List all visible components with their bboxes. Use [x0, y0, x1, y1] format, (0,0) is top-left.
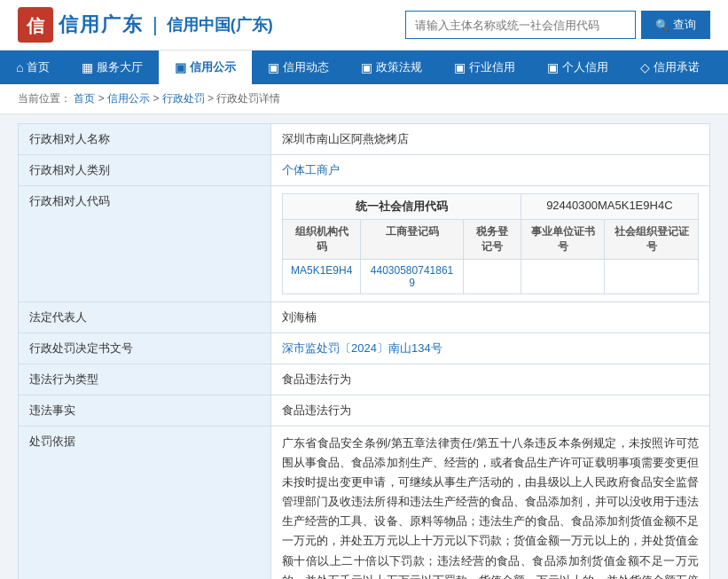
- sub-val-social: [605, 260, 699, 294]
- policy-icon: ▣: [361, 60, 372, 74]
- nav-item-personal[interactable]: ▣ 个人信用: [531, 51, 624, 84]
- sub-header-biz: 工商登记码: [361, 220, 463, 260]
- home-icon: ⌂: [16, 60, 23, 74]
- breadcrumb-sep3: >: [207, 92, 216, 105]
- logo-divider: |: [153, 13, 158, 36]
- sub-val-inst: [521, 260, 605, 294]
- page-header: 信 信用广东 | 信用中国(广东) 🔍 查询: [0, 0, 728, 51]
- logo-sub-text: 信用中国(广东): [167, 14, 273, 35]
- value-basis: 广东省食品安全条例/第五章法律责任/第五十八条违反本条例规定，未按照许可范围从事…: [271, 426, 710, 580]
- sub-header-inst: 事业单位证书号: [521, 220, 605, 260]
- nav-label-promise: 信用承诺: [654, 59, 700, 75]
- promise-icon: ◇: [640, 60, 650, 74]
- nav-item-promise[interactable]: ◇ 信用承诺: [624, 51, 716, 84]
- value-violation-fact: 食品违法行为: [271, 395, 710, 426]
- nav-label-credit-public: 信用公示: [190, 59, 236, 75]
- unified-code-label: 统一社会信用代码: [283, 194, 521, 220]
- credit-dynamic-icon: ▣: [268, 60, 279, 74]
- nav-item-more[interactable]: ⊞: [716, 51, 728, 84]
- label-basis: 处罚依据: [19, 426, 271, 580]
- value-violation-type: 食品违法行为: [271, 364, 710, 395]
- label-violation-type: 违法行为类型: [19, 364, 271, 395]
- nav-bar: ⌂ 首页 ▦ 服务大厅 ▣ 信用公示 ▣ 信用动态 ▣ 政策法规 ▣ 行业信用 …: [0, 51, 728, 84]
- breadcrumb-home[interactable]: 首页: [74, 92, 95, 105]
- value-code: 统一社会信用代码 92440300MA5K1E9H4C 组织机构代码 工商登记码…: [271, 186, 710, 302]
- personal-icon: ▣: [547, 60, 559, 74]
- breadcrumb-sep1: >: [98, 92, 107, 105]
- breadcrumb: 当前位置： 首页 > 信用公示 > 行政处罚 > 行政处罚详情: [0, 84, 728, 114]
- sub-header-tax: 税务登记号: [463, 220, 521, 260]
- label-type: 行政相对人类别: [19, 155, 271, 186]
- sub-val-biz: 44030580741861​9: [361, 260, 463, 294]
- nav-item-industry[interactable]: ▣ 行业信用: [438, 51, 531, 84]
- service-icon: ▦: [82, 60, 93, 74]
- value-legal-rep: 刘海楠: [271, 302, 710, 333]
- search-area: 🔍 查询: [405, 11, 710, 39]
- nav-label-personal: 个人信用: [562, 59, 608, 75]
- sub-header-social: 社会组织登记证号: [605, 220, 699, 260]
- search-btn-label: 查询: [673, 17, 696, 33]
- credit-public-icon: ▣: [175, 60, 186, 74]
- nav-label-credit-dynamic: 信用动态: [283, 59, 329, 75]
- nav-label-service: 服务大厅: [97, 59, 143, 75]
- label-doc-no: 行政处罚决定书文号: [19, 333, 271, 364]
- value-type: 个体工商户: [271, 155, 710, 186]
- value-name: 深圳市南山区阿燕烧烤店: [271, 124, 710, 155]
- breadcrumb-current: 行政处罚详情: [216, 92, 280, 105]
- nav-label-home: 首页: [27, 59, 50, 75]
- search-icon: 🔍: [655, 19, 669, 32]
- code-sub-table: 统一社会信用代码 92440300MA5K1E9H4C 组织机构代码 工商登记码…: [282, 193, 699, 294]
- nav-item-credit-dynamic[interactable]: ▣ 信用动态: [252, 51, 345, 84]
- row-violation-fact: 违法事实 食品违法行为: [19, 395, 710, 426]
- row-doc-no: 行政处罚决定书文号 深市监处罚〔2024〕南山134号: [19, 333, 710, 364]
- nav-label-policy: 政策法规: [376, 59, 422, 75]
- unified-code-value: 92440300MA5K1E9H4C: [521, 194, 698, 220]
- detail-table: 行政相对人名称 深圳市南山区阿燕烧烤店 行政相对人类别 个体工商户 行政相对人代…: [18, 123, 710, 579]
- nav-item-policy[interactable]: ▣ 政策法规: [345, 51, 438, 84]
- industry-icon: ▣: [454, 60, 466, 74]
- breadcrumb-credit-public[interactable]: 信用公示: [107, 92, 150, 105]
- row-type: 行政相对人类别 个体工商户: [19, 155, 710, 186]
- label-code: 行政相对人代码: [19, 186, 271, 302]
- logo-icon: 信: [18, 7, 53, 43]
- label-legal-rep: 法定代表人: [19, 302, 271, 333]
- breadcrumb-sep2: >: [153, 92, 161, 105]
- row-legal-rep: 法定代表人 刘海楠: [19, 302, 710, 333]
- main-content: 行政相对人名称 深圳市南山区阿燕烧烤店 行政相对人类别 个体工商户 行政相对人代…: [0, 114, 728, 579]
- nav-label-industry: 行业信用: [469, 59, 515, 75]
- label-violation-fact: 违法事实: [19, 395, 271, 426]
- sub-header-org: 组织机构代码: [283, 220, 361, 260]
- logo-main-text: 信用广东: [59, 12, 144, 38]
- search-button[interactable]: 🔍 查询: [641, 11, 710, 39]
- nav-item-service[interactable]: ▦ 服务大厅: [66, 51, 159, 84]
- search-input[interactable]: [405, 11, 636, 39]
- nav-item-credit-public[interactable]: ▣ 信用公示: [159, 51, 252, 84]
- sub-val-org: MA5K1E9H4: [283, 260, 361, 294]
- row-name: 行政相对人名称 深圳市南山区阿燕烧烤店: [19, 124, 710, 155]
- row-violation-type: 违法行为类型 食品违法行为: [19, 364, 710, 395]
- breadcrumb-prefix: 当前位置：: [18, 92, 71, 105]
- label-name: 行政相对人名称: [19, 124, 271, 155]
- nav-item-home[interactable]: ⌂ 首页: [0, 51, 66, 84]
- value-doc-no: 深市监处罚〔2024〕南山134号: [271, 333, 710, 364]
- row-basis: 处罚依据 广东省食品安全条例/第五章法律责任/第五十八条违反本条例规定，未按照许…: [19, 426, 710, 580]
- row-code: 行政相对人代码 统一社会信用代码 92440300MA5K1E9H4C 组织机构…: [19, 186, 710, 302]
- sub-val-tax: [463, 260, 521, 294]
- svg-text:信: 信: [26, 16, 45, 35]
- breadcrumb-penalty[interactable]: 行政处罚: [162, 92, 205, 105]
- logo-area: 信 信用广东 | 信用中国(广东): [18, 7, 273, 43]
